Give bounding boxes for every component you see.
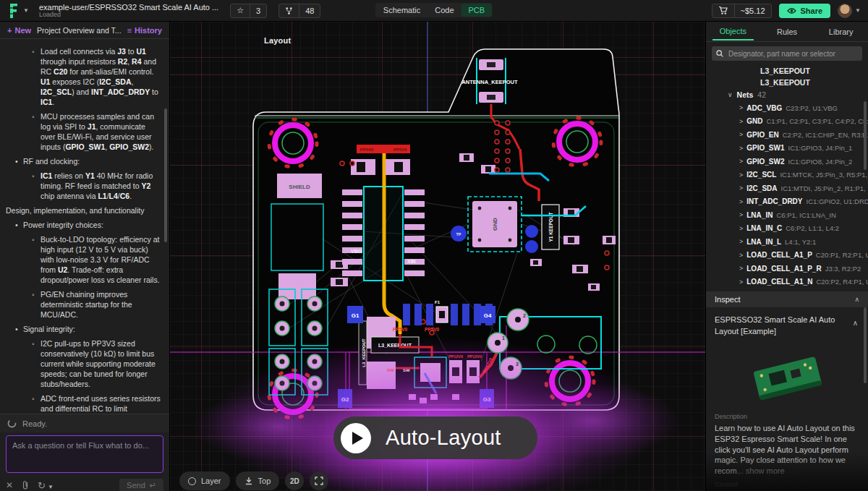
svg-text:PP5V0: PP5V0	[360, 148, 374, 152]
svg-text:XIN: XIN	[407, 259, 416, 264]
svg-text:G4: G4	[484, 312, 492, 319]
net-row[interactable]: >I2C_SDAIC1:MTDI, J5:Pin_2, R1:P1, ...	[706, 182, 868, 195]
net-row[interactable]: >LNA_IN_LL4:1, Y2:1	[706, 235, 868, 249]
tab-code[interactable]: Code	[427, 4, 461, 17]
net-row[interactable]: >ADC_VBGC23:P2, U1:VBG	[706, 101, 868, 115]
doc-title[interactable]: Project Overview and T...	[37, 26, 122, 35]
net-row[interactable]: >GPIO_SW2IC1:GPIO8, J4:Pin_2	[706, 155, 868, 168]
fullscreen-icon	[315, 477, 323, 485]
doc-paragraph: I2C pull-ups to PP3V3 sized conservative…	[3, 338, 162, 389]
attach-icon[interactable]	[22, 480, 29, 490]
fork-icon[interactable]	[279, 4, 299, 17]
tab-schematic[interactable]: Schematic	[376, 4, 427, 17]
side-selector[interactable]: Top	[236, 471, 280, 490]
flux-logo-icon[interactable]	[7, 3, 20, 19]
svg-text:VBG: VBG	[351, 249, 362, 254]
board-3d-thumbnail[interactable]	[744, 346, 830, 406]
svg-text:2: 2	[523, 313, 526, 318]
send-button[interactable]: Send↵	[119, 479, 163, 491]
view-mode-2d-button[interactable]: 2D	[285, 471, 304, 490]
doc-paragraph: Power integrity choices:	[3, 220, 162, 230]
tab-library[interactable]: Library	[814, 22, 868, 41]
search-icon	[716, 50, 723, 57]
chevron-right-icon: >	[739, 158, 743, 165]
inspect-project-title[interactable]: ESPRSSO32 Smart Scale AI Auto Layout [Ex…	[715, 315, 841, 338]
doc-paragraph: MCU processes samples and can log via SP…	[3, 111, 162, 152]
star-count[interactable]: 3	[250, 4, 266, 17]
chevron-right-icon: >	[739, 131, 743, 138]
chevron-right-icon: >	[739, 118, 743, 125]
search-input[interactable]	[727, 49, 858, 59]
auto-layout-button[interactable]: Auto-Layout	[333, 417, 537, 459]
net-row[interactable]: >GPIO_ENC2:P2, IC1:CHIP_EN, R3:P1	[706, 128, 868, 142]
account-caret-icon: ▼	[855, 7, 861, 14]
tab-rules[interactable]: Rules	[760, 22, 814, 41]
avatar	[838, 4, 852, 18]
show-more-link[interactable]: ... show more	[737, 466, 785, 475]
project-overview-document[interactable]: Load cell connects via J3 to U1 through …	[0, 40, 169, 414]
chevron-right-icon: >	[739, 225, 743, 232]
bom-price[interactable]: ~$5.12	[734, 4, 771, 17]
net-row[interactable]: >LNA_IN_CC6:P2, L1:1, L4:2	[706, 222, 868, 236]
bom-cost-group: ~$5.12	[712, 4, 772, 18]
chevron-up-icon[interactable]: ∧	[853, 319, 858, 327]
view-tabs: Schematic Code PCB	[375, 3, 493, 17]
object-item-keepout[interactable]: L3_KEEPOUT	[706, 65, 868, 77]
doc-scrollbar[interactable]	[164, 108, 167, 242]
doc-paragraph: ADC front-end uses series resistors and …	[3, 393, 162, 414]
pcb-canvas[interactable]: Layout	[170, 22, 705, 491]
tab-pcb[interactable]: PCB	[461, 4, 493, 17]
share-label: Share	[801, 7, 823, 15]
status-text: Ready.	[22, 419, 47, 428]
auto-layout-label: Auto-Layout	[386, 426, 501, 450]
fork-count[interactable]: 48	[299, 4, 320, 17]
doc-paragraph: Design, implementation, and functionalit…	[3, 205, 162, 215]
net-row[interactable]: >LNA_INC6:P1, IC1:LNA_IN	[706, 208, 868, 222]
objects-scrollbar[interactable]	[864, 101, 867, 170]
chevron-down-icon: ∨	[728, 91, 733, 98]
plus-icon: +	[7, 26, 12, 35]
play-icon	[341, 423, 371, 453]
net-row[interactable]: >GPIO_SW1IC1:GPIO3, J4:Pin_1	[706, 142, 868, 155]
net-row[interactable]: >LOAD_CELL_A1_PC20:P1, R2:P1, U1:...	[706, 249, 868, 262]
tab-objects[interactable]: Objects	[706, 22, 760, 41]
new-chat-button[interactable]: +New	[7, 26, 31, 35]
cart-icon[interactable]	[712, 4, 734, 17]
agent-mode-icon[interactable]: ↻▼	[38, 480, 54, 491]
net-row[interactable]: >LOAD_CELL_A1_NC20:P2, R4:P1, U1:...	[706, 276, 868, 289]
clear-icon[interactable]: ✕	[6, 480, 13, 490]
account-menu[interactable]: ▼	[838, 4, 861, 18]
star-icon[interactable]: ☆	[231, 4, 250, 17]
project-status: Loaded	[39, 12, 218, 19]
chat-input[interactable]	[7, 436, 163, 472]
doc-paragraph: RF and clocking:	[3, 156, 162, 166]
inspect-header[interactable]: Inspect ∧	[706, 291, 868, 307]
left-panel: +New Project Overview and T... ≡History …	[0, 22, 170, 491]
chevron-right-icon: >	[739, 171, 743, 179]
logo-menu-caret-icon[interactable]: ▼	[23, 7, 29, 14]
nets-group-header[interactable]: ∨ Nets 42	[706, 88, 868, 101]
created-label: Created	[715, 481, 859, 488]
inspect-scrollbar[interactable]	[864, 307, 867, 383]
star-group: ☆ 3	[230, 4, 267, 18]
doc-paragraph: PG/EN chaining improves deterministic st…	[3, 289, 162, 320]
chevron-right-icon: >	[739, 265, 743, 272]
chevron-up-icon: ∧	[854, 296, 859, 303]
history-icon: ≡	[127, 26, 132, 35]
share-button[interactable]: Share	[779, 4, 831, 18]
chat-input-box[interactable]	[6, 435, 163, 473]
fullscreen-button[interactable]	[310, 471, 328, 490]
net-row[interactable]: >LOAD_CELL_A1_P_RJ3:3, R2:P2	[706, 262, 868, 276]
ready-spinner-icon	[7, 419, 17, 428]
doc-paragraph: IC1 relies on Y1 40 MHz for radio timing…	[3, 171, 162, 201]
net-row[interactable]: >I2C_SCLIC1:MTCK, J5:Pin_3, R5:P1, ...	[706, 168, 868, 182]
net-row[interactable]: >GNDC1:P1, C2:P1, C3:P1, C4:P2, C5:...	[706, 115, 868, 129]
project-title[interactable]: example-user/ESPRSSO32 Smart Scale AI Au…	[39, 3, 218, 12]
net-row[interactable]: >INT_ADC_DRDYIC1:GPIO2, U1:DRDY	[706, 195, 868, 209]
doc-paragraph: Load cell connects via J3 to U1 through …	[3, 46, 162, 107]
layer-selector[interactable]: Layer	[179, 471, 230, 490]
history-button[interactable]: ≡History	[127, 26, 162, 35]
object-item-keepout[interactable]: L3_KEEPOUT	[706, 77, 868, 88]
object-search[interactable]	[712, 46, 862, 61]
agent-status: Ready.	[0, 414, 169, 432]
